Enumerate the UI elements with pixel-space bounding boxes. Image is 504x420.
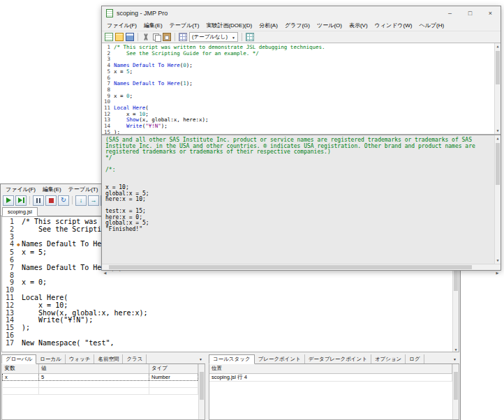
- tab-scoping-jsl[interactable]: scoping.jsl: [2, 207, 38, 216]
- cut-icon[interactable]: [142, 33, 150, 41]
- menu-item[interactable]: テーブル(T): [166, 22, 203, 29]
- column-header[interactable]: タイプ: [149, 364, 198, 373]
- close-button[interactable]: ×: [480, 6, 501, 20]
- journal-icon[interactable]: [179, 33, 187, 41]
- log-scrollbar[interactable]: [494, 135, 501, 264]
- new-script-icon[interactable]: [105, 33, 113, 41]
- tab[interactable]: ログ: [406, 354, 424, 363]
- scrollbar-thumb[interactable]: [496, 51, 500, 84]
- menu-item[interactable]: グラフ(G): [281, 22, 313, 29]
- gutter-marker[interactable]: [15, 294, 22, 302]
- debug-stop-button[interactable]: [45, 195, 57, 206]
- column-header[interactable]: 変数: [3, 364, 39, 373]
- auto-hide-icon[interactable]: [196, 354, 205, 363]
- scroll-down-icon[interactable]: [495, 257, 501, 264]
- gutter-marker[interactable]: [15, 226, 22, 234]
- tab[interactable]: ローカル: [36, 354, 66, 363]
- log-line: [105, 161, 492, 167]
- callstack-scrollbar[interactable]: [452, 364, 459, 419]
- debug-reset-button[interactable]: [58, 195, 69, 206]
- minimize-button[interactable]: –: [440, 6, 460, 20]
- maximize-button[interactable]: □: [460, 6, 480, 20]
- scroll-up-icon[interactable]: [453, 364, 459, 370]
- scroll-down-icon[interactable]: [199, 413, 205, 419]
- gutter-marker[interactable]: [15, 264, 22, 272]
- gutter-marker[interactable]: [15, 257, 22, 264]
- scrollbar-thumb[interactable]: [454, 372, 458, 400]
- variables-scrollbar[interactable]: [198, 364, 205, 419]
- scroll-up-icon[interactable]: [495, 135, 501, 142]
- debug-step-into-button[interactable]: [75, 195, 87, 206]
- main-hscrollbar[interactable]: [102, 264, 501, 270]
- scroll-down-icon[interactable]: [453, 345, 459, 352]
- gutter-marker[interactable]: [15, 279, 22, 287]
- scroll-down-icon[interactable]: [453, 413, 459, 419]
- tab[interactable]: コールスタック: [209, 354, 255, 364]
- gutter-marker[interactable]: [15, 272, 22, 280]
- column-header[interactable]: 位置: [209, 364, 452, 373]
- tab[interactable]: オプション: [371, 354, 406, 363]
- scrollbar-thumb[interactable]: [200, 372, 204, 400]
- table-row[interactable]: [3, 387, 198, 394]
- open-icon[interactable]: [115, 33, 124, 41]
- menu-item[interactable]: 実験計画(DOE)(D): [202, 22, 255, 29]
- menu-item[interactable]: ウィンドウ(W): [371, 22, 416, 29]
- data-table-icon[interactable]: [246, 33, 254, 41]
- scrollbar-thumb[interactable]: [496, 143, 500, 185]
- gutter-marker[interactable]: [15, 287, 22, 294]
- main-titlebar[interactable]: scoping - JMP Pro – □ ×: [102, 6, 501, 20]
- menu-item[interactable]: ヘルプ(H): [415, 22, 447, 29]
- tab[interactable]: 名前空間: [94, 354, 123, 363]
- auto-hide-icon[interactable]: [450, 354, 459, 363]
- gutter-marker[interactable]: [15, 310, 22, 317]
- table-selector-dropdown[interactable]: (テーブルなし): [189, 32, 238, 42]
- gutter-marker[interactable]: [15, 317, 22, 324]
- variables-table: 変数値タイプx5Number: [2, 364, 198, 395]
- scroll-down-icon[interactable]: [495, 128, 501, 134]
- gutter-marker[interactable]: [15, 324, 22, 332]
- table-row[interactable]: scoping.jsl 行 4: [209, 373, 452, 381]
- debug-step-over-button[interactable]: [88, 195, 99, 206]
- menu-item[interactable]: ファイル(F): [103, 22, 140, 29]
- script-editor[interactable]: 1/* This script was written to demonstra…: [102, 43, 501, 134]
- gutter-marker[interactable]: [15, 332, 22, 340]
- table-cell: [3, 387, 39, 394]
- scroll-left-icon[interactable]: [102, 264, 108, 270]
- editor-scrollbar[interactable]: [494, 43, 501, 134]
- code-token: x =: [114, 111, 139, 117]
- scroll-up-icon[interactable]: [199, 364, 205, 370]
- menu-item[interactable]: テーブル(T): [65, 186, 102, 193]
- table-row[interactable]: [3, 380, 198, 387]
- log-pane[interactable]: (SAS and all other SAS Institute Inc. pr…: [102, 134, 501, 264]
- gutter-marker[interactable]: [15, 218, 22, 226]
- gutter-marker[interactable]: [15, 234, 22, 241]
- code-token: [114, 123, 126, 129]
- table-row[interactable]: x5Number: [3, 373, 198, 380]
- menu-item[interactable]: ファイル(F): [2, 186, 39, 193]
- debug-run-to-cursor-button[interactable]: [15, 195, 27, 206]
- scroll-right-icon[interactable]: [494, 264, 501, 270]
- tab[interactable]: クラス: [123, 354, 147, 363]
- menu-item[interactable]: 分析(A): [255, 22, 281, 29]
- paste-icon[interactable]: [163, 33, 171, 41]
- debug-pause-button[interactable]: [33, 195, 44, 206]
- tab[interactable]: ブレークポイント: [255, 354, 305, 363]
- tab[interactable]: グローバル: [1, 354, 36, 364]
- gutter-marker[interactable]: [15, 249, 22, 257]
- gutter-marker[interactable]: [15, 302, 22, 310]
- copy-icon[interactable]: [152, 33, 161, 41]
- menu-item[interactable]: 表示(V): [346, 22, 371, 29]
- scrollbar-thumb[interactable]: [109, 265, 472, 269]
- code-token: x =: [114, 68, 126, 75]
- column-header[interactable]: 値: [39, 364, 149, 373]
- save-icon[interactable]: [126, 33, 134, 41]
- menu-item[interactable]: ツール(O): [313, 22, 346, 29]
- debug-run-button[interactable]: [3, 195, 14, 206]
- menu-item[interactable]: 編集(E): [140, 22, 166, 29]
- tab[interactable]: ウォッチ: [66, 354, 95, 363]
- breakpoint-icon[interactable]: [15, 241, 22, 249]
- tab[interactable]: データブレークポイント: [305, 354, 371, 363]
- menu-item[interactable]: 編集(E): [39, 186, 65, 193]
- scroll-up-icon[interactable]: [495, 43, 501, 50]
- gutter-marker[interactable]: [15, 340, 22, 347]
